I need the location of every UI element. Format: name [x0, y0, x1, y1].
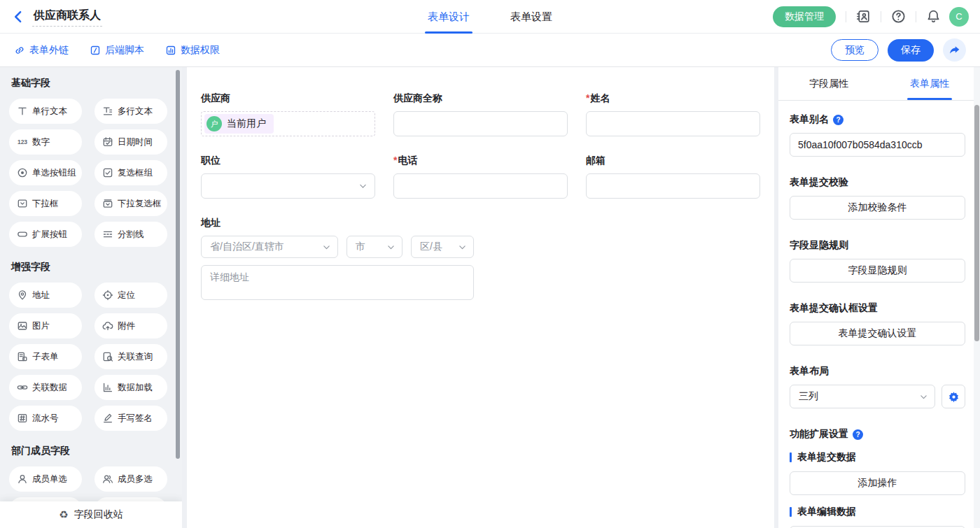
- field-address[interactable]: 地址 省/自治区/直辖市 市 区/县: [201, 217, 760, 302]
- properties-panel: 字段属性 表单属性 表单别名 ? 表单提交校验 添加校验条件: [778, 67, 980, 528]
- field-item-dropdown[interactable]: 下拉框: [9, 191, 82, 216]
- cloud-upload-icon: [102, 320, 113, 331]
- field-supplier[interactable]: 供应商 户 当前用户: [201, 92, 375, 136]
- divider: [916, 11, 916, 22]
- ext-button-icon: [17, 229, 28, 240]
- save-button[interactable]: 保存: [888, 39, 934, 62]
- province-select[interactable]: 省/自治区/直辖市: [201, 236, 338, 258]
- supplier-rel-data-box[interactable]: 户 当前用户: [201, 111, 375, 136]
- field-visibility-button[interactable]: 字段显隐规则: [790, 259, 965, 283]
- address-detail-textarea[interactable]: [201, 265, 474, 300]
- chart-bars-icon: [102, 382, 113, 393]
- form-external-link[interactable]: 表单外链: [14, 44, 69, 57]
- accent-bar: [790, 507, 792, 517]
- field-item-checkbox-group[interactable]: 复选框组: [94, 160, 167, 185]
- field-label: 供应商: [201, 92, 375, 105]
- window-scrollbar-track[interactable]: [974, 67, 980, 528]
- field-item-multi-text[interactable]: 多行文本: [94, 99, 167, 124]
- submit-data-add-action-button[interactable]: 添加操作: [790, 471, 965, 495]
- multi-select-icon: [102, 198, 113, 209]
- phone-input[interactable]: [393, 173, 568, 199]
- tab-form-properties[interactable]: 表单属性: [879, 67, 980, 100]
- contact-book-icon[interactable]: [856, 9, 871, 24]
- field-item-datetime[interactable]: 日期时间: [94, 129, 167, 155]
- group-title: 部门成员字段: [11, 445, 182, 457]
- permission-icon: [165, 45, 176, 56]
- tab-form-design[interactable]: 表单设计: [425, 0, 472, 34]
- sidebar-scrollbar[interactable]: [176, 70, 180, 459]
- form-title[interactable]: 供应商联系人: [32, 7, 102, 27]
- city-select[interactable]: 市: [346, 236, 402, 258]
- field-label: *电话: [393, 155, 568, 167]
- field-item-serial[interactable]: 流水号: [9, 406, 82, 431]
- form-layout-section: 表单布局 三列: [790, 365, 965, 408]
- required-mark: *: [393, 155, 397, 166]
- field-item-number[interactable]: 123数字: [9, 129, 82, 155]
- help-icon[interactable]: [891, 9, 906, 24]
- bell-icon[interactable]: [926, 9, 941, 24]
- field-item-radio-group[interactable]: 单选按钮组: [9, 160, 82, 185]
- layout-settings-button[interactable]: [941, 385, 965, 408]
- back-icon[interactable]: [11, 10, 25, 24]
- gap: [182, 67, 187, 528]
- field-item-attachment[interactable]: 附件: [94, 313, 167, 338]
- field-name[interactable]: *姓名: [586, 92, 760, 136]
- preview-button[interactable]: 预览: [831, 39, 878, 61]
- field-sidebar: 基础字段 单行文本 多行文本 123数字 日期时间 单选按钮组 复选框组 下拉框…: [0, 67, 182, 528]
- field-item-rel-data[interactable]: 关联数据: [9, 375, 82, 400]
- avatar[interactable]: C: [949, 7, 969, 27]
- window-scrollbar-thumb[interactable]: [974, 105, 979, 341]
- field-visibility-section: 字段显隐规则 字段显隐规则: [790, 239, 965, 283]
- subform-icon: [17, 351, 28, 362]
- field-supplier-full-name[interactable]: 供应商全称: [393, 92, 568, 136]
- group-basic-fields: 基础字段 单行文本 多行文本 123数字 日期时间 单选按钮组 复选框组 下拉框…: [9, 77, 182, 247]
- sub-toolbar: 表单外链 后端脚本 数据权限 预览 保存: [0, 34, 980, 67]
- field-item-ext-button[interactable]: 扩展按钮: [9, 222, 82, 247]
- calendar-icon: [102, 136, 113, 148]
- position-select[interactable]: [201, 173, 375, 199]
- checkbox-icon: [102, 167, 113, 178]
- field-label: 职位: [201, 155, 375, 167]
- field-recycle-bin[interactable]: ♻ 字段回收站: [0, 501, 182, 528]
- field-item-single-text[interactable]: 单行文本: [9, 99, 82, 124]
- field-item-subform[interactable]: 子表单: [9, 344, 82, 369]
- data-permission-link[interactable]: 数据权限: [165, 44, 220, 57]
- field-position[interactable]: 职位: [201, 155, 375, 199]
- layout-select[interactable]: 三列: [790, 385, 935, 408]
- text-single-icon: [17, 106, 28, 117]
- submit-data-subsection: 表单提交数据: [790, 451, 965, 464]
- person-icon: [17, 473, 28, 485]
- form-alias-input[interactable]: [790, 133, 965, 157]
- submit-confirm-button[interactable]: 表单提交确认设置: [790, 322, 965, 345]
- current-user-tag[interactable]: 户 当前用户: [204, 114, 274, 134]
- field-item-locate[interactable]: 定位: [94, 283, 167, 308]
- tab-field-properties[interactable]: 字段属性: [778, 67, 879, 100]
- number-icon: 123: [17, 136, 28, 148]
- district-select[interactable]: 区/县: [411, 236, 474, 258]
- help-icon[interactable]: ?: [833, 115, 844, 125]
- field-email[interactable]: 邮箱: [586, 155, 760, 199]
- main-area: 基础字段 单行文本 多行文本 123数字 日期时间 单选按钮组 复选框组 下拉框…: [0, 67, 980, 528]
- field-item-member-single[interactable]: 成员单选: [9, 466, 82, 492]
- toolbar-actions: 预览 保存: [831, 38, 966, 62]
- target-icon: [102, 290, 113, 301]
- divider-line-icon: [102, 229, 113, 240]
- field-item-rel-query[interactable]: 关联查询: [94, 344, 167, 369]
- field-item-member-multi[interactable]: 成员多选: [94, 466, 167, 492]
- supplier-full-name-input[interactable]: [393, 111, 568, 136]
- field-item-multi-dropdown[interactable]: 下拉复选框: [94, 191, 167, 216]
- field-phone[interactable]: *电话: [393, 155, 568, 199]
- help-icon[interactable]: ?: [853, 429, 863, 440]
- email-input[interactable]: [586, 173, 760, 199]
- field-item-address[interactable]: 地址: [9, 283, 82, 308]
- field-item-divider[interactable]: 分割线: [94, 222, 167, 247]
- field-item-data-load[interactable]: 数据加载: [94, 375, 167, 400]
- field-item-signature[interactable]: 手写签名: [94, 406, 167, 431]
- data-manage-button[interactable]: 数据管理: [773, 6, 836, 27]
- add-validation-button[interactable]: 添加校验条件: [790, 196, 965, 220]
- backend-script-link[interactable]: 后端脚本: [90, 44, 144, 57]
- field-item-image[interactable]: 图片: [9, 313, 82, 338]
- share-button[interactable]: [943, 38, 966, 62]
- name-input[interactable]: [586, 111, 760, 136]
- tab-form-settings[interactable]: 表单设置: [507, 0, 555, 34]
